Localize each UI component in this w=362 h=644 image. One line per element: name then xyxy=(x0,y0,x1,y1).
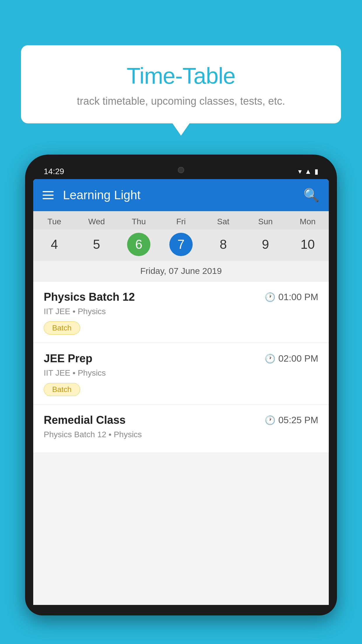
search-button[interactable]: 🔍 xyxy=(303,188,319,203)
class-list: Physics Batch 12 🕐 01:00 PM IIT JEE • Ph… xyxy=(33,281,329,453)
phone-outer: 14:29 ▾ ▲ ▮ Learning Light 🔍 xyxy=(25,155,337,615)
day-6-circle: 6 xyxy=(127,233,150,256)
class-time-value-2: 02:00 PM xyxy=(278,353,318,364)
status-bar: 14:29 ▾ ▲ ▮ xyxy=(33,163,329,179)
camera-dot xyxy=(178,167,184,173)
clock-icon-3: 🕐 xyxy=(265,415,275,425)
class-name-physics-batch-12: Physics Batch 12 xyxy=(44,291,135,303)
hamburger-line-2 xyxy=(43,195,54,196)
day-header-mon: Mon xyxy=(287,217,329,226)
hamburger-menu-button[interactable] xyxy=(43,191,54,199)
class-time-2: 🕐 02:00 PM xyxy=(265,353,318,364)
wifi-icon: ▾ xyxy=(298,167,302,176)
day-10[interactable]: 10 xyxy=(287,233,329,256)
day-6[interactable]: 6 xyxy=(118,233,160,256)
day-7-circle: 7 xyxy=(169,233,193,256)
speech-bubble: Time-Table track timetable, upcoming cla… xyxy=(21,45,341,123)
app-bar: Learning Light 🔍 xyxy=(33,179,329,211)
class-meta-3: Physics Batch 12 • Physics xyxy=(44,430,318,439)
class-card-physics-batch-12[interactable]: Physics Batch 12 🕐 01:00 PM IIT JEE • Ph… xyxy=(33,281,329,343)
day-8[interactable]: 8 xyxy=(202,233,244,256)
day-headers: Tue Wed Thu Fri Sat Sun Mon xyxy=(33,211,329,229)
day-header-sun: Sun xyxy=(244,217,287,226)
phone-screen: Learning Light 🔍 Tue Wed Thu Fri Sat Sun… xyxy=(33,179,329,605)
bubble-title: Time-Table xyxy=(36,63,326,89)
signal-icon: ▲ xyxy=(305,167,312,176)
hamburger-line-1 xyxy=(43,191,54,192)
class-time-3: 🕐 05:25 PM xyxy=(265,415,318,426)
class-card-top-1: Physics Batch 12 🕐 01:00 PM xyxy=(44,291,318,303)
class-time-1: 🕐 01:00 PM xyxy=(265,292,318,302)
status-icons: ▾ ▲ ▮ xyxy=(298,167,318,176)
batch-badge-2: Batch xyxy=(44,383,80,396)
clock-icon-1: 🕐 xyxy=(265,292,275,302)
selected-date-label: Friday, 07 June 2019 xyxy=(33,261,329,281)
class-meta-1: IIT JEE • Physics xyxy=(44,307,318,316)
calendar-strip: Tue Wed Thu Fri Sat Sun Mon 4 5 6 7 xyxy=(33,211,329,281)
class-card-top-3: Remedial Class 🕐 05:25 PM xyxy=(44,414,318,426)
day-7[interactable]: 7 xyxy=(160,233,202,256)
clock-icon-2: 🕐 xyxy=(265,354,275,364)
hamburger-line-3 xyxy=(43,198,54,199)
class-time-value-1: 01:00 PM xyxy=(278,292,318,302)
day-header-sat: Sat xyxy=(202,217,244,226)
day-numbers: 4 5 6 7 8 9 10 xyxy=(33,229,329,261)
class-card-remedial[interactable]: Remedial Class 🕐 05:25 PM Physics Batch … xyxy=(33,405,329,453)
class-card-top-2: JEE Prep 🕐 02:00 PM xyxy=(44,352,318,365)
class-card-jee-prep[interactable]: JEE Prep 🕐 02:00 PM IIT JEE • Physics Ba… xyxy=(33,343,329,405)
batch-badge-1: Batch xyxy=(44,321,80,335)
class-time-value-3: 05:25 PM xyxy=(278,415,318,426)
app-title: Learning Light xyxy=(63,188,303,202)
phone-wrapper: 14:29 ▾ ▲ ▮ Learning Light 🔍 xyxy=(25,155,337,644)
bubble-subtitle: track timetable, upcoming classes, tests… xyxy=(36,95,326,107)
day-5[interactable]: 5 xyxy=(75,233,118,256)
class-name-remedial: Remedial Class xyxy=(44,414,126,426)
notch xyxy=(155,163,207,177)
day-header-fri: Fri xyxy=(160,217,202,226)
class-name-jee-prep: JEE Prep xyxy=(44,352,92,365)
day-4[interactable]: 4 xyxy=(33,233,75,256)
speech-bubble-area: Time-Table track timetable, upcoming cla… xyxy=(21,45,341,123)
status-time: 14:29 xyxy=(44,167,64,176)
day-header-wed: Wed xyxy=(75,217,118,226)
class-meta-2: IIT JEE • Physics xyxy=(44,368,318,378)
day-9[interactable]: 9 xyxy=(244,233,287,256)
day-header-tue: Tue xyxy=(33,217,75,226)
battery-icon: ▮ xyxy=(314,167,318,176)
day-header-thu: Thu xyxy=(118,217,160,226)
